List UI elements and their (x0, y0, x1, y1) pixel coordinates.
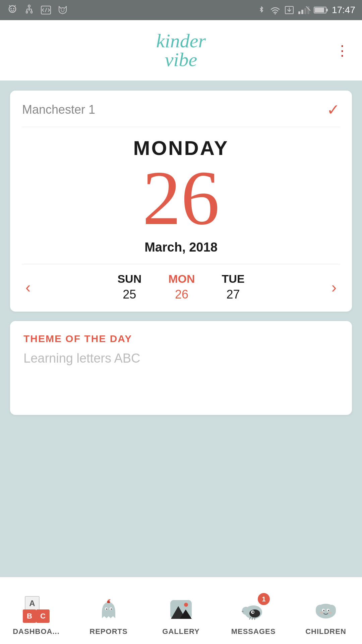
svg-rect-20 (301, 10, 303, 14)
svg-point-2 (13, 8, 14, 9)
messages-badge: 1 (258, 593, 270, 605)
bottom-nav: A B C DASHBOA... REPORTS (0, 577, 362, 644)
svg-point-29 (106, 608, 107, 610)
block-a: A (25, 596, 40, 611)
week-day-num-mon: 26 (175, 287, 188, 302)
day-number: 26 (22, 160, 340, 237)
nav-label-dashboard: DASHBOA... (13, 627, 60, 636)
svg-rect-11 (31, 11, 32, 13)
signal-icon (298, 5, 310, 15)
wifi-icon (269, 5, 281, 15)
prev-day-button[interactable]: ‹ (22, 278, 34, 296)
dashboard-icon: A B C (23, 596, 50, 623)
reports-icon-area (94, 594, 124, 625)
svg-point-1 (10, 8, 12, 9)
nav-label-children: CHILDREN (305, 627, 346, 636)
svg-point-14 (61, 10, 62, 11)
svg-point-5 (28, 5, 30, 7)
svg-point-51 (320, 612, 323, 614)
dashboard-icon-area: A B C (21, 594, 51, 625)
gallery-icon-area (166, 594, 196, 625)
children-icon-area (311, 594, 341, 625)
week-day-tue[interactable]: TUE 27 (222, 272, 245, 302)
bluetooth-icon (257, 5, 266, 15)
svg-point-31 (107, 601, 110, 603)
theme-label: THEME OF THE DAY (23, 333, 339, 344)
location-row: Manchester 1 ✓ (22, 101, 340, 127)
android-icon (7, 4, 18, 16)
nav-item-messages[interactable]: 1 MESSAGES (217, 577, 290, 644)
reports-icon (95, 596, 122, 623)
next-day-button[interactable]: › (328, 278, 340, 296)
svg-point-33 (184, 603, 188, 607)
theme-card: THEME OF THE DAY Learning letters ABC (10, 321, 352, 415)
svg-point-52 (328, 612, 332, 614)
location-name: Manchester 1 (22, 103, 95, 117)
children-icon (312, 596, 339, 623)
status-bar: 17:47 (0, 0, 362, 20)
week-nav: ‹ SUN 25 MON 26 TUE 27 › (22, 264, 340, 302)
calendar-card: Manchester 1 ✓ MONDAY 26 March, 2018 ‹ S… (10, 91, 352, 312)
app-logo: kinder vibe (156, 30, 206, 70)
nav-item-reports[interactable]: REPORTS (72, 577, 145, 644)
battery-icon (314, 6, 328, 14)
gallery-icon (168, 596, 194, 623)
svg-rect-19 (298, 11, 300, 14)
nav-item-children[interactable]: CHILDREN (290, 577, 362, 644)
svg-point-16 (275, 13, 276, 14)
block-c: C (36, 609, 50, 623)
svg-point-40 (252, 611, 254, 613)
svg-line-3 (9, 5, 10, 6)
nav-item-gallery[interactable]: GALLERY (145, 577, 217, 644)
svg-point-15 (64, 10, 65, 11)
svg-rect-25 (326, 9, 328, 11)
svg-rect-21 (304, 8, 306, 14)
status-bar-right-icons: 17:47 (257, 5, 355, 15)
code-icon (40, 4, 52, 16)
header: kinder vibe ⋮ (0, 20, 362, 80)
main-content: Manchester 1 ✓ MONDAY 26 March, 2018 ‹ S… (0, 80, 362, 415)
month-year: March, 2018 (22, 240, 340, 255)
week-day-num-sun: 25 (123, 287, 136, 302)
svg-rect-22 (307, 6, 309, 14)
svg-rect-26 (315, 8, 324, 12)
week-day-mon[interactable]: MON 26 (168, 272, 195, 302)
svg-line-4 (15, 5, 15, 6)
theme-text: Learning letters ABC (23, 351, 339, 366)
svg-line-13 (45, 8, 47, 12)
svg-point-38 (249, 609, 260, 618)
svg-point-49 (323, 610, 324, 611)
nav-label-reports: REPORTS (89, 627, 127, 636)
week-day-name-sun: SUN (117, 272, 141, 285)
status-time: 17:47 (332, 5, 355, 15)
menu-button[interactable]: ⋮ (335, 42, 350, 59)
nav-label-gallery: GALLERY (162, 627, 199, 636)
messages-icon-area: 1 (238, 594, 268, 625)
usb-icon (23, 4, 35, 16)
nav-item-dashboard[interactable]: A B C DASHBOA... (0, 577, 72, 644)
checkmark-icon: ✓ (327, 101, 340, 119)
svg-rect-10 (26, 11, 27, 13)
sim-icon (284, 5, 294, 15)
svg-point-30 (111, 608, 112, 610)
block-b: B (23, 609, 36, 623)
week-days: SUN 25 MON 26 TUE 27 (117, 272, 244, 302)
svg-point-37 (242, 607, 250, 615)
week-day-sun[interactable]: SUN 25 (117, 272, 141, 302)
week-day-num-tue: 27 (227, 287, 240, 302)
status-bar-left-icons (7, 4, 68, 16)
nav-label-messages: MESSAGES (231, 627, 276, 636)
week-day-name-mon: MON (168, 272, 195, 285)
week-day-name-tue: TUE (222, 272, 245, 285)
cat-icon (57, 4, 68, 16)
svg-point-50 (328, 610, 329, 611)
